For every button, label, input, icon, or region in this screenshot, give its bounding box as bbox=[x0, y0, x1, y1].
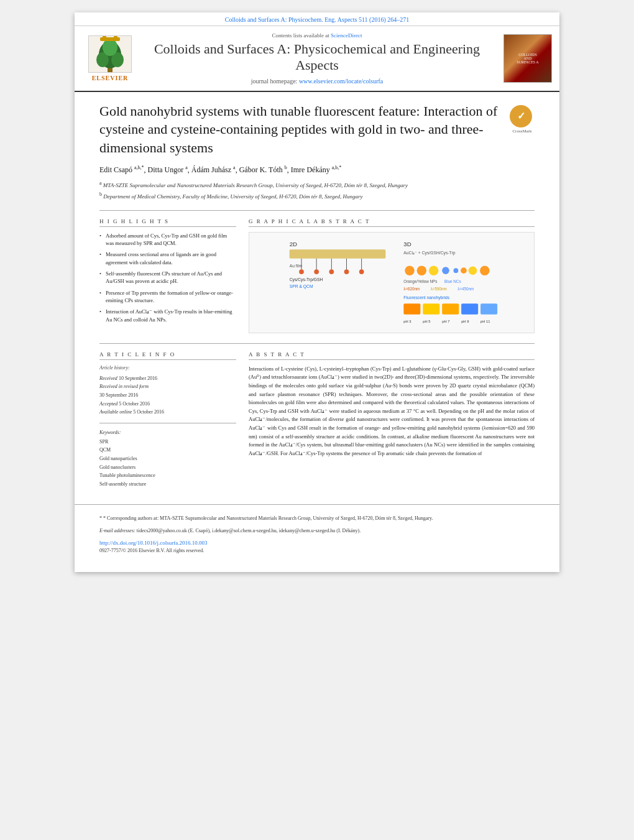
svg-rect-41 bbox=[442, 303, 459, 314]
emails-text: tidecs2000@yahoo.co.uk (E. Csapó), i.dek… bbox=[137, 528, 361, 533]
article-body: Gold nanohybrid systems with tunable flu… bbox=[75, 92, 559, 495]
star-symbol: * bbox=[99, 515, 102, 521]
authors-line: Edit Csapó a,b,*, Ditta Ungor a, Ádám Ju… bbox=[99, 165, 535, 175]
affiliation-a: a MTA-SZTE Supramolecular and Nanostruct… bbox=[99, 180, 535, 190]
abstract-heading: A B S T R A C T bbox=[249, 351, 535, 360]
footer-star-note: * * Corresponding authors at: MTA-SZTE S… bbox=[99, 515, 535, 522]
journal-header: ELSEVIER Contents lists available at Sci… bbox=[75, 26, 559, 92]
article-info-heading: A R T I C L E I N F O bbox=[99, 351, 236, 360]
citation-text: Colloids and Surfaces A: Physicochem. En… bbox=[225, 16, 410, 23]
svg-text:pH 3: pH 3 bbox=[403, 320, 411, 323]
svg-point-26 bbox=[417, 265, 426, 275]
citation-bar: Colloids and Surfaces A: Physicochem. En… bbox=[75, 12, 559, 26]
article-history-label: Article history: bbox=[99, 365, 236, 371]
svg-rect-6 bbox=[103, 36, 106, 39]
copyright-text: 0927-7757/© 2016 Elsevier B.V. All right… bbox=[99, 548, 535, 553]
svg-point-28 bbox=[442, 267, 449, 274]
highlight-item-3: Self-assembly fluorescent CPs structure … bbox=[99, 270, 236, 285]
svg-rect-43 bbox=[480, 303, 497, 314]
doi-link[interactable]: http://dx.doi.org/10.1016/j.colsurfa.201… bbox=[99, 540, 535, 546]
elsevier-tree-image bbox=[88, 35, 132, 73]
svg-rect-9 bbox=[290, 249, 386, 259]
svg-point-29 bbox=[454, 268, 459, 273]
svg-text:3D: 3D bbox=[403, 240, 411, 247]
graphical-abstract-image: 2D Au film bbox=[254, 238, 529, 328]
keyword-qcm: QCM bbox=[99, 447, 111, 453]
svg-point-32 bbox=[480, 265, 489, 275]
svg-point-30 bbox=[461, 267, 467, 274]
crossmark-circle: ✓ bbox=[510, 105, 532, 127]
elsevier-label: ELSEVIER bbox=[92, 75, 129, 81]
svg-rect-40 bbox=[423, 303, 439, 314]
svg-text:λ=590nm: λ=590nm bbox=[431, 287, 447, 291]
keyword-tunable-pl: Tunable photoluminescence bbox=[99, 473, 155, 478]
right-logo-text: COLLOIDSANDSURFACES A bbox=[515, 52, 540, 65]
svg-text:Blue NCs: Blue NCs bbox=[444, 279, 461, 283]
received-label: Received bbox=[99, 376, 117, 381]
svg-point-31 bbox=[469, 266, 477, 275]
available-online-label: Available online bbox=[99, 409, 132, 415]
svg-rect-39 bbox=[403, 303, 420, 314]
article-info-abstract-section: A R T I C L E I N F O Article history: R… bbox=[99, 343, 535, 489]
svg-text:pH 5: pH 5 bbox=[423, 320, 430, 323]
svg-point-20 bbox=[359, 269, 364, 274]
emails-label: E-mail addresses: bbox=[99, 528, 136, 533]
contents-available-text: Contents lists available at ScienceDirec… bbox=[138, 32, 496, 39]
keyword-gold-nanoparticles: Gold nanoparticles bbox=[99, 456, 137, 461]
svg-text:Fluorescent nanohybrids: Fluorescent nanohybrids bbox=[403, 295, 450, 300]
abstract-text: Interactions of L-cysteine (Cys), L-cyst… bbox=[249, 365, 535, 458]
keywords-list: SPR QCM Gold nanoparticles Gold nanoclus… bbox=[99, 438, 236, 489]
journal-center-info: Contents lists available at ScienceDirec… bbox=[138, 32, 496, 85]
article-info-column: A R T I C L E I N F O Article history: R… bbox=[99, 351, 236, 489]
svg-text:Cys/Cys-Trp/GSH: Cys/Cys-Trp/GSH bbox=[290, 277, 323, 282]
title-section: Gold nanohybrid systems with tunable flu… bbox=[99, 102, 535, 157]
svg-text:pH 11: pH 11 bbox=[480, 320, 490, 323]
highlight-item-4: Presence of Trp prevents the formation o… bbox=[99, 289, 236, 305]
footer-section: * * Corresponding authors at: MTA-SZTE S… bbox=[75, 504, 559, 553]
highlights-list: Adsorbed amount of Cys, Cys-Trp and GSH … bbox=[99, 232, 236, 323]
article-title: Gold nanohybrid systems with tunable flu… bbox=[99, 102, 503, 157]
article-page: Colloids and Surfaces A: Physicochem. En… bbox=[75, 12, 559, 572]
crossmark-icon: ✓ bbox=[517, 110, 525, 122]
crossmark-logo: ✓ CrossMark bbox=[510, 105, 535, 134]
svg-point-14 bbox=[314, 269, 319, 274]
keyword-self-assembly: Self-assembly structure bbox=[99, 481, 146, 487]
received-revised-label: Received in revised form bbox=[99, 384, 149, 389]
right-logo-area: COLLOIDSANDSURFACES A bbox=[496, 34, 552, 83]
svg-text:AuCl₄⁻ + Cys/GSH/Cys-Trp: AuCl₄⁻ + Cys/GSH/Cys-Trp bbox=[403, 251, 455, 256]
crossmark-label: CrossMark bbox=[510, 129, 535, 134]
svg-rect-42 bbox=[461, 303, 478, 314]
highlights-column: H I G H L I G H T S Adsorbed amount of C… bbox=[99, 218, 236, 333]
graphical-abstract-column: G R A P H I C A L A B S T R A C T 2D Au … bbox=[249, 218, 535, 333]
svg-point-27 bbox=[429, 265, 438, 275]
svg-point-4 bbox=[103, 39, 117, 56]
affiliation-b: b Department of Medical Chemistry, Facul… bbox=[99, 191, 535, 201]
journal-url[interactable]: www.elsevier.com/locate/colsurfa bbox=[299, 78, 383, 85]
info-divider bbox=[99, 423, 236, 423]
keywords-label: Keywords: bbox=[99, 430, 236, 435]
highlight-item-5: Interaction of AuCl₄⁻ with Cys-Trp resul… bbox=[99, 308, 236, 323]
svg-point-25 bbox=[405, 265, 414, 275]
graphical-abstract-heading: G R A P H I C A L A B S T R A C T bbox=[249, 218, 535, 227]
affiliations: a MTA-SZTE Supramolecular and Nanostruct… bbox=[99, 180, 535, 201]
footer-emails: E-mail addresses: tidecs2000@yahoo.co.uk… bbox=[99, 527, 535, 535]
svg-text:Au film: Au film bbox=[290, 264, 303, 268]
keyword-spr: SPR bbox=[99, 439, 108, 445]
highlight-item-2: Measured cross sectional area of ligands… bbox=[99, 251, 236, 266]
svg-rect-7 bbox=[114, 36, 117, 39]
svg-text:λ=450nm: λ=450nm bbox=[457, 287, 474, 291]
graphical-abstract-box: 2D Au film bbox=[249, 232, 535, 333]
article-dates: Received 10 September 2016 Received in r… bbox=[99, 374, 236, 417]
highlights-heading: H I G H L I G H T S bbox=[99, 218, 236, 227]
svg-point-16 bbox=[329, 269, 334, 274]
svg-text:2D: 2D bbox=[290, 240, 297, 247]
affiliation-b-text: Department of Medical Chemistry, Faculty… bbox=[103, 193, 362, 200]
svg-point-12 bbox=[299, 269, 304, 274]
keyword-gold-nanoclusters: Gold nanoclusters bbox=[99, 464, 136, 470]
sciencedirect-link[interactable]: ScienceDirect bbox=[331, 32, 362, 39]
footer-note-text: * Corresponding authors at: MTA-SZTE Sup… bbox=[103, 515, 433, 521]
svg-text:SPR & QCM: SPR & QCM bbox=[290, 284, 313, 289]
highlights-graphical-section: H I G H L I G H T S Adsorbed amount of C… bbox=[99, 210, 535, 333]
svg-text:λ=620nm: λ=620nm bbox=[403, 287, 420, 291]
elsevier-logo-area: ELSEVIER bbox=[82, 35, 138, 81]
